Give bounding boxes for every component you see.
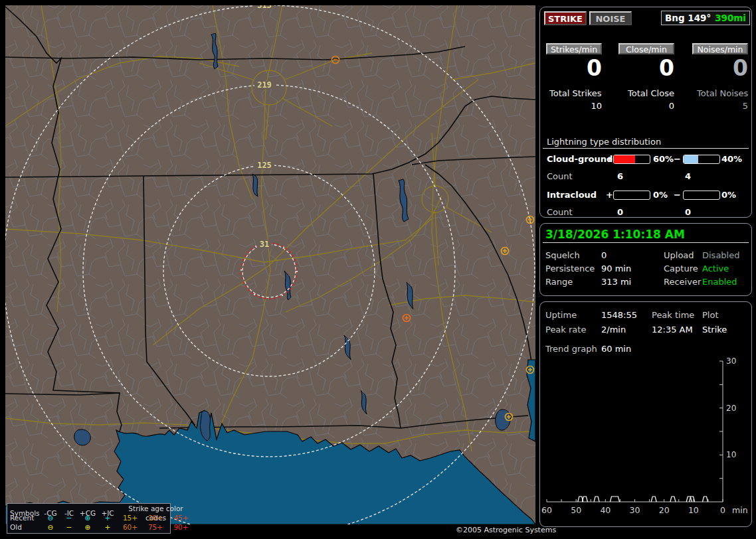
ring-label-313: 313 xyxy=(257,5,272,10)
uptime-label: Uptime xyxy=(545,310,577,320)
legend-recent-label: Recent xyxy=(7,513,41,522)
strikes-per-min-label: Strikes/min xyxy=(546,43,602,54)
capture-status: Active xyxy=(702,264,729,273)
peak-rate-value: 2/min xyxy=(601,325,626,335)
plus-sign: + xyxy=(606,154,613,164)
range-label: Range xyxy=(545,277,573,287)
peak-rate-label: Peak rate xyxy=(545,325,586,335)
total-noises-value: 5 xyxy=(692,101,748,111)
ic-negative-percent: 0% xyxy=(721,190,736,200)
trend-x-unit-label: min xyxy=(732,505,748,515)
total-close-value: 0 xyxy=(618,101,674,111)
ic-positive-bar xyxy=(613,191,650,200)
bearing-range-display: Bng 149° 390mi xyxy=(661,11,750,25)
range-to-storm-value: 390mi xyxy=(715,13,746,23)
cg-negative-percent: 40% xyxy=(721,154,742,164)
trend-ytick-10: 10 xyxy=(726,450,736,459)
total-strikes-value: 10 xyxy=(546,101,602,111)
count-label: Count xyxy=(547,207,573,217)
intracloud-count-row: Count 0 0 xyxy=(540,207,751,218)
trend-series-strikes xyxy=(578,497,708,502)
cg-positive-bar xyxy=(613,155,650,164)
trend-graph: 1020306050403020100min xyxy=(540,355,751,525)
status-row: Range 313 mi Receiver Enabled xyxy=(540,277,751,287)
ic-positive-percent: 0% xyxy=(653,190,668,200)
plus-sign: + xyxy=(606,190,613,200)
status-row: Squelch 0 Upload Disabled xyxy=(540,250,751,261)
copyright-text: ©2005 Astrogenic Systems xyxy=(456,526,556,534)
count-label: Count xyxy=(547,171,573,181)
persistence-label: Persistence xyxy=(545,264,595,273)
squelch-label: Squelch xyxy=(545,250,580,260)
neg-ic-recent-icon: − xyxy=(60,513,78,522)
distribution-title: Lightning type distribution xyxy=(547,137,661,147)
pos-ic-old-icon: + xyxy=(98,522,118,532)
upload-label: Upload xyxy=(664,250,694,260)
cloud-ground-row: Cloud-ground + 60% − 40% xyxy=(540,154,751,165)
close-per-min-value: 0 xyxy=(618,55,674,81)
trend-xtick-40: 40 xyxy=(600,505,611,515)
trend-xtick-30: 30 xyxy=(630,505,640,515)
stats-trend-box: Uptime 1548:55 Peak time Plot Peak rate … xyxy=(539,301,752,527)
app-window: { "panel": { "header": { "strike_label":… xyxy=(0,0,756,539)
cg-negative-bar xyxy=(683,155,720,164)
pos-cg-old-icon: ⊕ xyxy=(78,522,98,532)
legend-header-row: Symbols -CG -IC +CG +IC Strike age color… xyxy=(7,504,170,513)
minus-sign: − xyxy=(674,154,681,164)
distribution-divider xyxy=(543,148,749,149)
noises-per-min-label: Noises/min xyxy=(692,43,748,54)
strikes-per-min-value: 0 xyxy=(546,55,602,81)
bearing-value: Bng 149° xyxy=(665,13,711,23)
trend-ytick-20: 20 xyxy=(726,404,736,413)
cloud-ground-label: Cloud-ground xyxy=(547,154,613,164)
range-value: 313 mi xyxy=(601,277,631,287)
noise-button[interactable]: NOISE xyxy=(589,11,632,25)
neg-cg-recent-icon: ⊖ xyxy=(41,513,60,522)
ring-label-125: 125 xyxy=(257,161,272,170)
peak-time-value: 12:35 AM xyxy=(652,325,693,335)
age-75: 75+ xyxy=(143,522,168,532)
strike-button[interactable]: STRIKE xyxy=(544,11,587,25)
total-noises-label: Total Noises xyxy=(697,88,756,98)
persistence-value: 90 min xyxy=(601,264,631,273)
upload-status: Disabled xyxy=(702,250,739,260)
plot-label: Plot xyxy=(702,310,719,320)
noises-per-min-value: 0 xyxy=(692,55,748,81)
map-legend: Symbols -CG -IC +CG +IC Strike age color… xyxy=(7,503,171,534)
trend-xtick-60: 60 xyxy=(541,505,552,515)
neg-cg-old-icon: ⊖ xyxy=(41,522,60,532)
total-strikes-label: Total Strikes xyxy=(549,88,613,98)
cg-positive-percent: 60% xyxy=(653,154,674,164)
trend-xtick-20: 20 xyxy=(659,505,670,515)
trend-xtick-50: 50 xyxy=(571,505,581,515)
ring-label-31: 31 xyxy=(260,240,269,249)
total-close-label: Total Close xyxy=(628,88,692,98)
legend-recent-row: Recent ⊖ − ⊕ + 15+ 30+ 45+ xyxy=(7,513,170,522)
age-45: 45+ xyxy=(168,513,194,522)
plot-mode-value: Strike xyxy=(702,325,727,335)
cg-positive-count: 6 xyxy=(617,171,623,181)
trend-window-value: 60 min xyxy=(601,344,631,354)
age-90: 90+ xyxy=(168,522,194,532)
close-per-min-label: Close/min xyxy=(618,43,674,54)
ic-negative-bar xyxy=(683,191,720,200)
trend-ytick-30: 30 xyxy=(726,356,736,366)
status-box: 3/18/2026 1:10:18 AM Squelch 0 Upload Di… xyxy=(539,223,752,296)
uptime-value: 1548:55 xyxy=(601,310,637,320)
clock-display: 3/18/2026 1:10:18 AM xyxy=(545,228,685,241)
lightning-map[interactable]: 31321912531 Symbols -CG -IC +CG +IC Stri… xyxy=(5,5,535,524)
trend-xtick-0: 0 xyxy=(720,505,725,515)
intracloud-label: Intracloud xyxy=(547,190,597,200)
pos-cg-recent-icon: ⊕ xyxy=(78,513,98,522)
age-30: 30+ xyxy=(143,513,168,522)
receiver-status: Enabled xyxy=(702,277,737,287)
legend-old-row: Old ⊖ − ⊕ + 60+ 75+ 90+ xyxy=(7,522,170,532)
minus-sign: − xyxy=(674,190,681,200)
strike-summary-box: STRIKE NOISE Bng 149° 390mi Strikes/min … xyxy=(539,7,752,218)
age-15: 15+ xyxy=(118,513,143,522)
ic-positive-count: 0 xyxy=(617,207,623,217)
ic-negative-count: 0 xyxy=(685,207,691,217)
cg-negative-count: 4 xyxy=(685,171,691,181)
stats-row: Peak rate 2/min 12:35 AM Strike xyxy=(540,325,751,335)
neg-ic-old-icon: − xyxy=(60,522,78,532)
